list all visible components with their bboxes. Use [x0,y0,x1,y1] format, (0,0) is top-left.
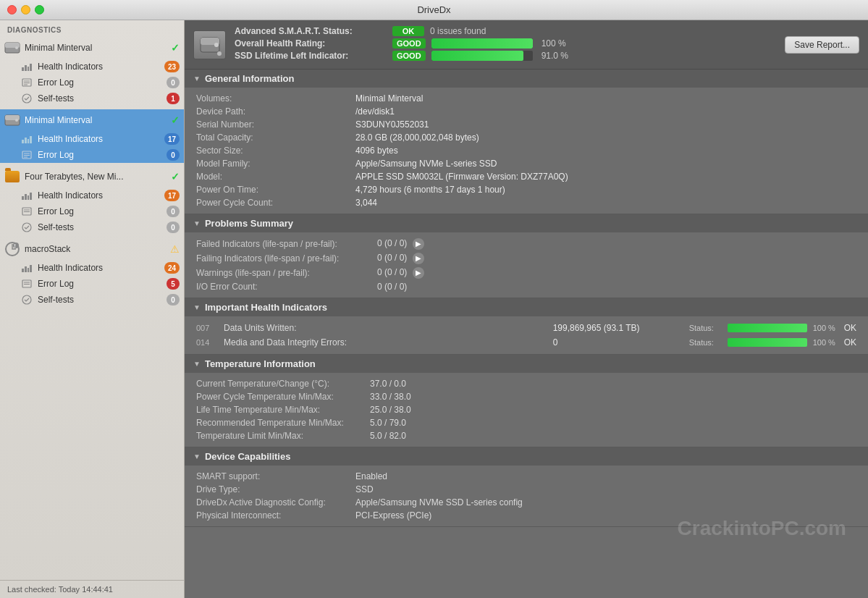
row-value: Apple/Samsung NVMe SSD L-series config [355,496,856,509]
row-value: 3,044 [355,196,856,209]
health-bar-wrap [728,338,807,347]
collapse-triangle-capabilities: ▼ [193,452,201,460]
health-value: 0 [553,337,683,348]
sidebar-health-indicators-2[interactable]: Health Indicators 17 [0,131,184,147]
svg-text:!: ! [14,243,16,248]
sidebar-drive-3: Four Terabytes, New Mi... ✓ Health Indic… [0,166,184,235]
table-row: I/O Error Count:0 (0 / 0) [196,280,856,293]
health-status-label: Status: [689,338,722,347]
sidebar-error-log-4[interactable]: Error Log 5 [0,276,184,292]
health-progress-bar [431,38,533,49]
maximize-button[interactable] [35,5,44,14]
health-bar-fill [728,338,807,347]
row-value: 4,729 hours (6 months 17 days 1 hour) [355,183,856,196]
svg-point-18 [22,223,31,232]
problems-table: Failed Indicators (life-span / pre-fail)… [196,237,856,293]
sidebar-health-indicators-3[interactable]: Health Indicators 17 [0,188,184,203]
row-value: SSD [355,483,856,496]
ssd-lifetime-row: SSD Lifetime Left Indicator: GOOD 91.0 % [235,51,785,61]
sidebar-self-tests-3[interactable]: Self-tests 0 [0,219,184,235]
sidebar-self-tests-1[interactable]: Self-tests 1 [0,90,184,106]
error-log-badge-2: 0 [167,149,180,161]
sidebar-self-tests-4[interactable]: Self-tests 0 [0,292,184,308]
drive-icon-1 [4,40,20,56]
drive-status-warn-4: ⚠ [170,243,180,255]
sidebar-drive-2: Minimal Minterval ✓ Health Indicators 17 [0,109,184,163]
health-indicators-title: Important Health Indicators [205,302,327,313]
row-label: SMART support: [196,470,355,483]
smart-status-pill: OK [392,26,424,36]
window-title: DriveDx [417,4,450,15]
table-row: Model Family:Apple/Samsung NVMe L-series… [196,157,856,170]
row-label: Current Temperature/Change (°C): [196,377,370,390]
status-bar: Advanced S.M.A.R.T. Status: OK 0 issues … [185,20,868,70]
bar-chart-icon-2 [22,135,32,143]
main-content: Advanced S.M.A.R.T. Status: OK 0 issues … [185,20,868,598]
svg-point-28 [214,43,219,47]
table-row: Warnings (life-span / pre-fail):0 (0 / 0… [196,266,856,280]
sidebar-error-log-2[interactable]: Error Log 0 [0,147,184,163]
close-button[interactable] [7,5,17,14]
bar-chart-icon-3 [22,191,32,200]
drive-status-check-2: ✓ [171,114,180,126]
row-label: Power Cycle Count: [196,196,355,209]
general-info-header[interactable]: ▼ General Information [185,70,868,88]
sidebar-drive-item-1[interactable]: Minimal Minterval ✓ [0,37,184,59]
health-pct: 100 % [813,324,838,332]
table-row: Physical Interconnect:PCI-Express (PCIe) [196,509,856,522]
drive-name-2: Minimal Minterval [25,115,168,125]
general-info-table: Volumes:Minimal MintervalDevice Path:/de… [196,92,856,209]
health-indicators-header[interactable]: ▼ Important Health Indicators [185,298,868,316]
row-label: I/O Error Count: [196,280,377,293]
row-value: 5.0 / 82.0 [370,429,856,442]
table-row: Failed Indicators (life-span / pre-fail)… [196,237,856,251]
ssd-percent: 91.0 % [542,51,568,61]
collapse-triangle-temp: ▼ [193,360,201,368]
arrow-button[interactable]: ▶ [413,238,424,250]
device-capabilities-header[interactable]: ▼ Device Capabilities [185,447,868,466]
problems-header[interactable]: ▼ Problems Summary [185,214,868,232]
device-capabilities-section: ▼ Device Capabilities SMART support:Enab… [185,447,868,527]
smart-status-label: Advanced S.M.A.R.T. Status: [235,26,387,36]
sidebar-drive-item-3[interactable]: Four Terabytes, New Mi... ✓ [0,166,184,188]
sidebar-drive-item-2[interactable]: Minimal Minterval ✓ [0,109,184,131]
table-row: Temperature Limit Min/Max:5.0 / 82.0 [196,429,856,442]
error-log-label-4: Error Log [38,279,164,289]
sidebar-drive-item-4[interactable]: ! macroStack ⚠ [0,238,184,260]
svg-point-10 [15,119,18,122]
health-badge-2: 17 [164,133,180,145]
minimize-button[interactable] [21,5,30,14]
self-tests-badge-1: 1 [167,93,180,104]
sidebar-drive-4: ! macroStack ⚠ Health Indicators 24 [0,238,184,308]
health-bar-fill [728,324,807,332]
row-value: Apple/Samsung NVMe L-series SSD [355,157,856,170]
drive-icon-4: ! [4,241,20,257]
row-label: Power On Time: [196,183,355,196]
save-report-button[interactable]: Save Report... [785,36,859,54]
sidebar-health-indicators-4[interactable]: Health Indicators 24 [0,260,184,276]
sidebar-health-indicators-1[interactable]: Health Indicators 23 [0,59,184,75]
temperature-table: Current Temperature/Change (°C):37.0 / 0… [196,377,856,442]
error-log-badge-3: 0 [167,206,180,217]
row-value: 37.0 / 0.0 [370,377,856,390]
temperature-header[interactable]: ▼ Temperature Information [185,355,868,373]
window-controls[interactable] [7,5,44,14]
table-row: Life Time Temperature Min/Max:25.0 / 38.… [196,403,856,416]
health-progress-fill [431,38,533,49]
problems-body: Failed Indicators (life-span / pre-fail)… [185,232,868,298]
drive-name-4: macroStack [25,244,167,254]
row-label: Drive Type: [196,483,355,496]
sidebar-error-log-3[interactable]: Error Log 0 [0,203,184,219]
health-bar-wrap [728,324,807,332]
arrow-button[interactable]: ▶ [413,267,424,279]
arrow-button[interactable]: ▶ [413,253,424,264]
error-log-label-2: Error Log [38,150,164,160]
sidebar-error-log-1[interactable]: Error Log 0 [0,75,184,90]
row-label: DriveDx Active Diagnostic Config: [196,496,355,509]
ssd-lifetime-pill: GOOD [392,51,426,61]
smart-status-text: 0 issues found [430,26,486,36]
table-row: Device Path:/dev/disk1 [196,105,856,118]
health-indicator-row: 014 Media and Data Integrity Errors: 0 S… [196,335,856,350]
row-value: APPLE SSD SM0032L (Firmware Version: DXZ… [355,170,856,183]
table-row: Total Capacity:28.0 GB (28,000,002,048 b… [196,131,856,144]
